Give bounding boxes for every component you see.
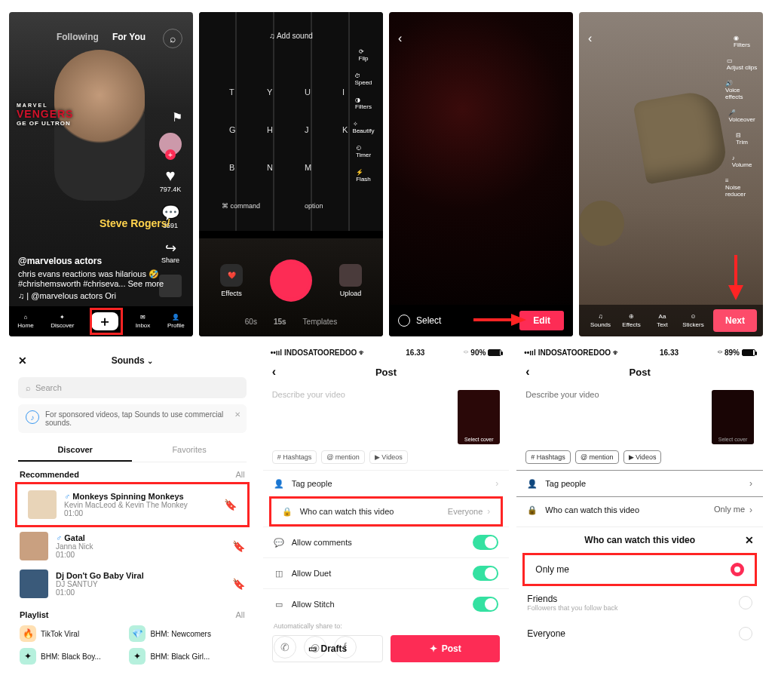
sponsored-promo: ♪ For sponsored videos, tap Sounds to us… [18,404,247,433]
dur-templates[interactable]: Templates [303,318,338,326]
tool-speed[interactable]: ⏱Speed [354,72,372,86]
tool-timer[interactable]: ⏲Timer [356,145,371,158]
radio-icon [739,596,752,609]
tab-discover[interactable]: Discover [18,439,132,462]
nav-home[interactable]: ⌂Home [17,314,33,329]
post-button[interactable]: ✦Post [391,635,500,662]
tool-adjust-clips[interactable]: ▭Adjust clips [727,57,757,71]
back-button[interactable]: ‹ [398,32,402,45]
privacy-friends[interactable]: FriendsFollowers that you follow back [516,586,763,619]
caption-line-2[interactable]: #chrishemsworth #chriseva... See more [18,279,164,288]
opt-privacy[interactable]: 🔒Who can watch this video Everyone› [271,499,501,524]
sound-marquee[interactable]: ♫ | @marvelous actors Ori [18,291,164,300]
drafts-button[interactable]: ▭Drafts [272,635,383,662]
tool-beautify[interactable]: ✧Beautify [353,121,375,134]
chevron-down-icon[interactable]: ⌄ [147,357,153,365]
tool-voiceover[interactable]: 🎤Voiceover [728,109,755,123]
tab-foryou[interactable]: For You [112,32,146,42]
annotation-arrow-edit [473,312,526,327]
select-toggle[interactable]: Select [398,315,441,327]
sound-item-1[interactable]: ♂ Gatal Janna Nick01:00 🔖 [9,527,256,565]
tool-filters[interactable]: ◑Filters [355,97,372,110]
sound-thumb [20,570,48,598]
nav-profile[interactable]: 👤Profile [167,314,185,329]
screen-editor: ‹ ◉Filters ▭Adjust clips 🔊Voice effects … [579,12,763,336]
stitch-icon: ▭ [274,599,284,609]
edit-button[interactable]: Edit [519,311,564,330]
next-button[interactable]: Next [713,309,757,332]
report-icon[interactable]: ⚑ [172,110,182,124]
chip-mention[interactable]: @ mention [321,450,365,464]
toggle-stitch[interactable] [473,597,498,612]
tool-flash[interactable]: ⚡Flash [356,169,371,183]
bookmark-button[interactable]: 🔖 [232,540,245,552]
share-button[interactable]: ↪ Share [161,240,179,264]
see-all-link[interactable]: All [235,470,244,479]
promo-close[interactable]: ✕ [234,410,240,419]
upload-button[interactable]: Upload [339,264,362,297]
tab-favorites[interactable]: Favorites [132,439,246,462]
close-button[interactable]: ✕ [18,355,27,367]
status-bar: ••ııl INDOSATOOREDOO ᯤ 16.33 ⌔ 89% [516,345,763,360]
nav-inbox[interactable]: ✉Inbox [136,314,151,329]
toggle-duet[interactable] [473,566,498,581]
playlist-0[interactable]: 🔥TikTok Viral [20,625,123,642]
select-label: Select [416,315,441,326]
creator-avatar[interactable]: + [159,133,182,155]
back-button[interactable]: ‹ [588,32,592,45]
creator-handle[interactable]: @marvelous actors [18,256,164,266]
footer-effects[interactable]: ⊕Effects [616,313,647,328]
flame-icon: 🔥 [20,625,36,642]
dur-60s[interactable]: 60s [245,318,257,326]
clock: 16.33 [406,348,424,357]
nav-discover[interactable]: ✦Discover [51,314,74,329]
tool-trim[interactable]: ⊟Trim [736,132,748,146]
chip-hashtags[interactable]: # Hashtags [272,450,317,464]
sheet-close[interactable]: ✕ [745,534,754,546]
privacy-everyone[interactable]: Everyone [516,619,763,648]
privacy-value: Everyone [448,507,482,516]
playlist-2[interactable]: ✦BHM: Black Boy... [20,648,123,665]
tool-filters[interactable]: ◉Filters [734,35,750,48]
back-button[interactable]: ‹ [272,365,276,379]
footer-stickers[interactable]: ☺Stickers [678,313,709,328]
tool-flip[interactable]: ⟳Flip [359,48,369,62]
effects-button[interactable]: ❤️ Effects [220,264,243,297]
back-button[interactable]: ‹ [525,365,529,379]
sounds-tabs: Discover Favorites [18,439,247,462]
tool-noise[interactable]: ≡Noise reducer [725,177,758,198]
follow-plus-icon[interactable]: + [165,149,176,160]
record-button[interactable] [270,259,312,302]
battery-icon [488,349,501,356]
chip-row: # Hashtags @ mention ▶ Videos [263,450,510,470]
compass-icon: ✦ [60,314,65,321]
toggle-comments[interactable] [473,535,498,550]
footer-text[interactable]: AaText [647,313,678,328]
search-button[interactable]: ⌕ [163,29,182,48]
chip-videos[interactable]: ▶ Videos [369,450,408,464]
tool-voice-effects[interactable]: 🔊Voice effects [725,80,758,100]
sounds-icon: ♫ [599,313,603,320]
bookmark-button[interactable]: 🔖 [224,499,237,511]
sound-item-2[interactable]: Dj Don't Go Baby Viral DJ SANTUY01:00 🔖 [9,565,256,603]
cover-selector[interactable]: Select cover [458,390,500,444]
add-sound-button[interactable]: ♫ Add sound [269,32,313,40]
playlist-3[interactable]: ✦BHM: Black Girl... [129,648,232,665]
privacy-only-me[interactable]: Only me [525,555,755,584]
sound-item-0[interactable]: ♂ Monkeys Spinning Monkeys Kevin MacLeod… [17,486,247,523]
opt-tag-people[interactable]: 👤Tag people › [263,470,510,496]
section-recommended: Recommended All [9,462,256,482]
like-button[interactable]: ♥ 797.4K [160,166,182,193]
dur-15s[interactable]: 15s [274,318,286,326]
tab-following[interactable]: Following [57,32,99,42]
bookmark-button[interactable]: 🔖 [232,578,245,590]
filters-icon: ◑ [355,97,372,103]
description-input[interactable]: Describe your video [272,390,452,444]
voiceeffects-icon: 🔊 [725,80,758,87]
tool-volume[interactable]: ♪Volume [732,155,752,168]
playlist-1[interactable]: 💎BHM: Newcomers [129,625,232,642]
sound-search[interactable]: ⌕ Search [18,377,247,398]
annotation-highlight-create [90,308,123,335]
see-all-link[interactable]: All [235,610,244,619]
footer-sounds[interactable]: ♫Sounds [585,313,616,328]
